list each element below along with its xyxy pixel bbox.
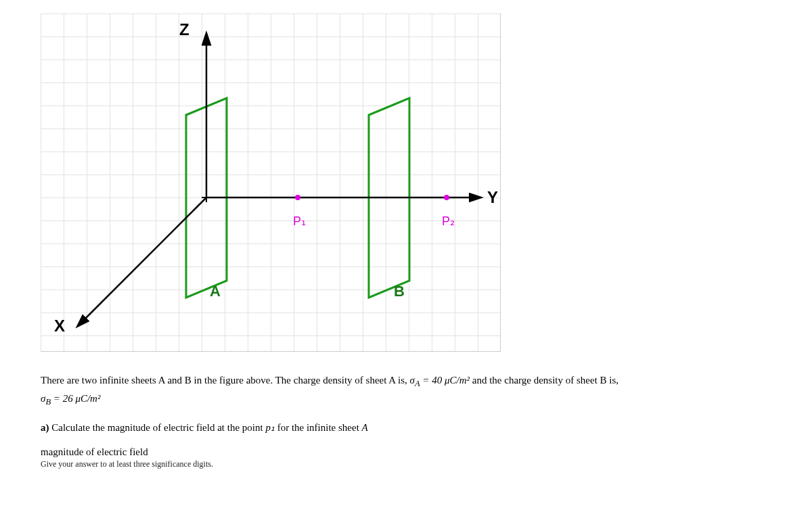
part-a-label: a) <box>41 422 49 433</box>
point-p2-label: P₂ <box>442 214 455 229</box>
point-p1 <box>295 195 300 200</box>
question-intro: There are two infinite sheets A and B in… <box>41 372 771 409</box>
hint-text: Give your answer to at least three signi… <box>41 459 771 469</box>
point-p2 <box>444 195 449 200</box>
plate-a-label: A <box>210 283 221 300</box>
intro-prefix: There are two infinite sheets A and B in… <box>41 375 410 386</box>
y-axis-label: Y <box>487 188 498 207</box>
point-p1-label: P₁ <box>293 214 306 229</box>
answer-label: magnitude of electric field <box>41 446 771 458</box>
x-axis-label: X <box>54 317 65 335</box>
z-axis-label: Z <box>179 20 189 39</box>
diagram-svg <box>41 14 501 352</box>
part-a-text: Calculate the magnitude of electric fiel… <box>51 422 265 433</box>
part-a: a) Calculate the magnitude of electric f… <box>41 419 771 436</box>
plate-b-label: B <box>394 283 405 300</box>
diagram: Z Y X A B P₁ P₂ <box>41 14 501 352</box>
